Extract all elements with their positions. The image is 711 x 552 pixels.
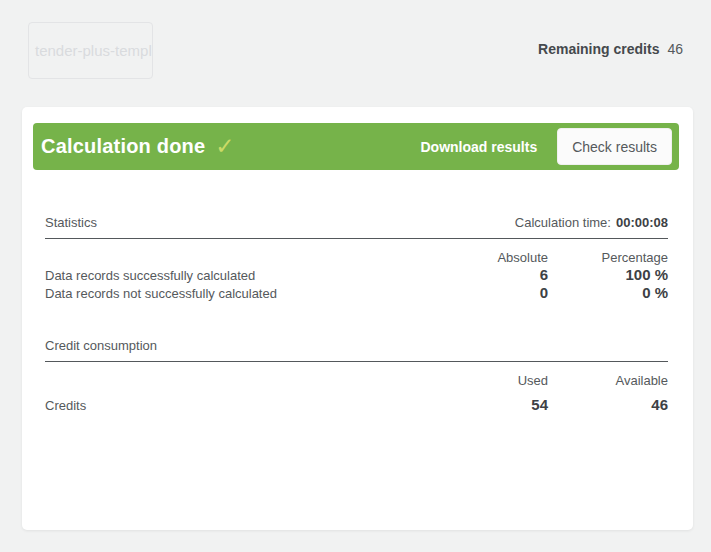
col-header-absolute: Absolute <box>428 249 548 266</box>
row-absolute-value: 0 <box>428 284 548 301</box>
page: tender-plus-templ... Remaining credits 4… <box>0 0 711 552</box>
credit-section-header: Credit consumption <box>45 338 668 362</box>
row-absolute-value: 6 <box>428 266 548 283</box>
table-row: Data records not successfully calculated… <box>45 284 668 302</box>
col-header-used: Used <box>428 372 548 389</box>
download-results-link[interactable]: Download results <box>421 139 538 155</box>
remaining-credits-label: Remaining credits <box>538 41 659 57</box>
remaining-credits: Remaining credits 46 <box>538 41 683 57</box>
row-percentage-value: 100 % <box>548 266 668 283</box>
row-label: Credits <box>45 397 428 414</box>
table-row: Credits 54 46 <box>45 396 668 414</box>
status-title: Calculation done <box>33 135 205 158</box>
col-header-percentage: Percentage <box>548 249 668 266</box>
row-used-value: 54 <box>428 396 548 413</box>
calculation-time-label: Calculation time: <box>515 215 611 230</box>
template-tile-label: tender-plus-templ... <box>35 42 153 59</box>
row-percentage-value: 0 % <box>548 284 668 301</box>
check-results-button[interactable]: Check results <box>557 128 672 165</box>
check-icon: ✓ <box>215 135 234 158</box>
table-row: Data records successfully calculated 6 1… <box>45 266 668 284</box>
row-label: Data records successfully calculated <box>45 267 428 284</box>
calculation-time: Calculation time: 00:00:08 <box>515 215 668 230</box>
calculation-time-value: 00:00:08 <box>616 215 668 230</box>
remaining-credits-value: 46 <box>667 41 683 57</box>
row-label: Data records not successfully calculated <box>45 285 428 302</box>
template-tile[interactable]: tender-plus-templ... <box>28 22 153 79</box>
statistics-title: Statistics <box>45 215 97 230</box>
statistics-column-headers: Absolute Percentage <box>45 249 668 266</box>
result-card: Calculation done ✓ Download results Chec… <box>22 107 693 530</box>
row-available-value: 46 <box>548 396 668 413</box>
col-header-available: Available <box>548 372 668 389</box>
status-banner: Calculation done ✓ Download results Chec… <box>33 123 679 170</box>
credit-section-title: Credit consumption <box>45 338 157 353</box>
credit-column-headers: Used Available <box>45 372 668 389</box>
statistics-section-header: Statistics Calculation time: 00:00:08 <box>45 215 668 239</box>
card-content: Statistics Calculation time: 00:00:08 Ab… <box>45 215 668 414</box>
